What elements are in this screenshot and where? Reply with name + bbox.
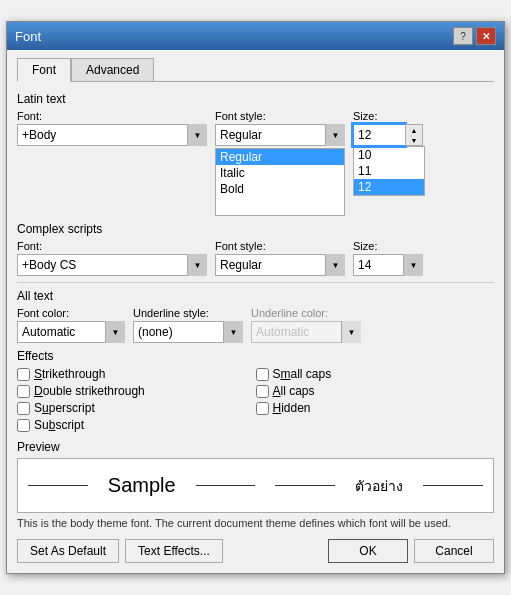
underline-color-select[interactable]: Automatic: [251, 321, 361, 343]
subscript-item: Subscript: [17, 418, 256, 432]
style-option-regular[interactable]: Regular: [216, 149, 344, 165]
preview-line-left: [28, 485, 88, 486]
preview-line-mid: [196, 485, 256, 486]
dialog-body: Font Advanced Latin text Font: +Body ▼ F…: [7, 50, 504, 573]
font-color-select-wrapper: Automatic ▼: [17, 321, 125, 343]
effects-grid: Strikethrough Double strikethrough Super…: [17, 367, 494, 432]
cs-size-col: Size: 14 ▼: [353, 240, 423, 276]
effects-label: Effects: [17, 349, 494, 363]
size-option-10[interactable]: 10: [354, 147, 424, 163]
help-button[interactable]: ?: [453, 27, 473, 45]
bottom-buttons: Set As Default Text Effects... OK Cancel: [17, 539, 494, 563]
size-option-12[interactable]: 12: [354, 179, 424, 195]
close-button[interactable]: ✕: [476, 27, 496, 45]
set-as-default-button[interactable]: Set As Default: [17, 539, 119, 563]
hidden-checkbox[interactable]: [256, 402, 269, 415]
cs-size-label: Size:: [353, 240, 423, 252]
cancel-button[interactable]: Cancel: [414, 539, 494, 563]
font-style-listbox[interactable]: Regular Italic Bold: [215, 148, 345, 216]
font-name-col: Font: +Body ▼: [17, 110, 207, 146]
subscript-checkbox[interactable]: [17, 419, 30, 432]
preview-line-mid2: [275, 485, 335, 486]
cs-font-select-wrapper: +Body CS ▼: [17, 254, 207, 276]
font-style-select-wrapper: Regular ▼: [215, 124, 345, 146]
style-option-bold[interactable]: Bold: [216, 181, 344, 197]
tab-font[interactable]: Font: [17, 58, 71, 82]
cs-font-label: Font:: [17, 240, 207, 252]
font-name-select-wrapper: +Body ▼: [17, 124, 207, 146]
preview-box: Sample ตัวอย่าง: [17, 458, 494, 513]
text-effects-button[interactable]: Text Effects...: [125, 539, 223, 563]
strikethrough-label: Strikethrough: [34, 367, 105, 381]
size-input-wrapper: ▲ ▼: [353, 124, 423, 146]
subscript-label: Subscript: [34, 418, 84, 432]
cs-style-col: Font style: Regular ▼: [215, 240, 345, 276]
underline-style-select-wrapper: (none) ▼: [133, 321, 243, 343]
double-strikethrough-checkbox[interactable]: [17, 385, 30, 398]
underline-color-select-wrapper: Automatic ▼: [251, 321, 361, 343]
font-style-select[interactable]: Regular: [215, 124, 345, 146]
preview-label: Preview: [17, 440, 494, 454]
size-up-button[interactable]: ▲: [406, 125, 422, 135]
strikethrough-checkbox[interactable]: [17, 368, 30, 381]
font-color-label: Font color:: [17, 307, 125, 319]
underline-style-label: Underline style:: [133, 307, 243, 319]
superscript-checkbox[interactable]: [17, 402, 30, 415]
divider-1: [17, 282, 494, 283]
size-arrow-box: ▲ ▼: [405, 124, 423, 146]
complex-scripts-label: Complex scripts: [17, 222, 494, 236]
all-caps-checkbox[interactable]: [256, 385, 269, 398]
cs-size-select[interactable]: 14: [353, 254, 423, 276]
tab-advanced[interactable]: Advanced: [71, 58, 154, 82]
all-text-label: All text: [17, 289, 494, 303]
all-text-row: Font color: Automatic ▼ Underline style:…: [17, 307, 494, 343]
small-caps-label: Small caps: [273, 367, 332, 381]
title-bar: Font ? ✕: [7, 22, 504, 50]
all-caps-label: All caps: [273, 384, 315, 398]
bottom-left-buttons: Set As Default Text Effects...: [17, 539, 223, 563]
font-style-col: Font style: Regular ▼ Regular Italic Bol…: [215, 110, 345, 216]
effects-section: Effects Strikethrough Double strikethrou…: [17, 349, 494, 432]
cs-style-select-wrapper: Regular ▼: [215, 254, 345, 276]
cs-font-name-col: Font: +Body CS ▼: [17, 240, 207, 276]
font-size-listbox[interactable]: 10 11 12: [353, 146, 425, 196]
font-name-select[interactable]: +Body: [17, 124, 207, 146]
title-bar-buttons: ? ✕: [453, 27, 496, 45]
latin-text-fields: Font: +Body ▼ Font style: Regular ▼: [17, 110, 494, 216]
dialog-title: Font: [15, 29, 41, 44]
hidden-item: Hidden: [256, 401, 495, 415]
small-caps-checkbox[interactable]: [256, 368, 269, 381]
underline-style-col: Underline style: (none) ▼: [133, 307, 243, 343]
cs-style-label: Font style:: [215, 240, 345, 252]
font-size-input[interactable]: [353, 124, 405, 146]
size-option-11[interactable]: 11: [354, 163, 424, 179]
effects-left-col: Strikethrough Double strikethrough Super…: [17, 367, 256, 432]
cs-style-select[interactable]: Regular: [215, 254, 345, 276]
hidden-label: Hidden: [273, 401, 311, 415]
font-color-col: Font color: Automatic ▼: [17, 307, 125, 343]
ok-button[interactable]: OK: [328, 539, 408, 563]
bottom-right-buttons: OK Cancel: [328, 539, 494, 563]
underline-style-select[interactable]: (none): [133, 321, 243, 343]
all-caps-item: All caps: [256, 384, 495, 398]
double-strikethrough-label: Double strikethrough: [34, 384, 145, 398]
preview-sample-text: Sample: [108, 474, 176, 497]
small-caps-item: Small caps: [256, 367, 495, 381]
cs-font-select[interactable]: +Body CS: [17, 254, 207, 276]
superscript-label: Superscript: [34, 401, 95, 415]
underline-color-col: Underline color: Automatic ▼: [251, 307, 361, 343]
preview-section: Preview Sample ตัวอย่าง This is the body…: [17, 440, 494, 529]
font-dialog: Font ? ✕ Font Advanced Latin text Font: …: [6, 21, 505, 574]
strikethrough-item: Strikethrough: [17, 367, 256, 381]
preview-sample-row: Sample ตัวอย่าง: [28, 474, 483, 497]
font-color-select[interactable]: Automatic: [17, 321, 125, 343]
size-down-button[interactable]: ▼: [406, 135, 422, 145]
font-name-label: Font:: [17, 110, 207, 122]
font-size-label: Size:: [353, 110, 423, 122]
style-option-italic[interactable]: Italic: [216, 165, 344, 181]
superscript-item: Superscript: [17, 401, 256, 415]
font-style-label: Font style:: [215, 110, 345, 122]
preview-line-right: [423, 485, 483, 486]
preview-thai-text: ตัวอย่าง: [355, 475, 403, 497]
font-size-col: Size: ▲ ▼ 10 11 12: [353, 110, 423, 196]
